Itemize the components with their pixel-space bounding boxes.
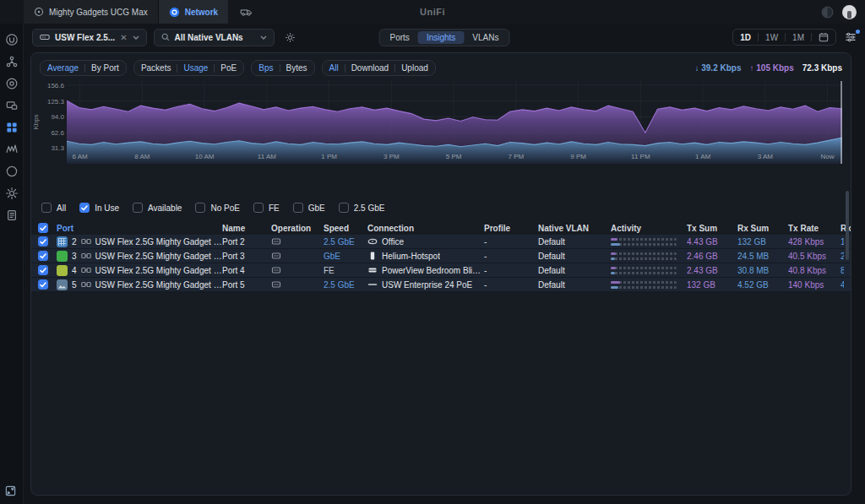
device-name-link[interactable]: USW Flex 2.5G Mighty Gadget Offi... [95, 252, 222, 261]
filter-settings-gear-icon[interactable] [285, 32, 296, 43]
range-1m-button[interactable]: 1M [792, 33, 804, 42]
gear-icon [5, 187, 19, 200]
connection-name[interactable]: Office [382, 237, 404, 247]
table-row[interactable]: 4USW Flex 2.5G Mighty Gadget Offi...Port… [31, 263, 851, 278]
legend-packets-button[interactable]: Packets [141, 63, 171, 73]
legend-download-button[interactable]: Download [351, 63, 389, 73]
sidebar-item-clients[interactable] [3, 96, 21, 115]
profile-cell: - [484, 252, 538, 261]
tab-insights[interactable]: Insights [418, 31, 464, 44]
mobility-app-tab[interactable] [228, 0, 264, 24]
sidebar-item-insights[interactable] [3, 118, 21, 137]
device-name-link[interactable]: USW Flex 2.5G Mighty Gadget Offi... [95, 280, 222, 290]
table-settings-icon[interactable] [845, 32, 857, 42]
operation-cell [271, 265, 324, 275]
scrollbar-thumb[interactable] [846, 191, 849, 260]
range-1d-button[interactable]: 1D [740, 33, 751, 42]
sidebar-item-radios[interactable] [3, 140, 21, 159]
port-filters: AllIn UseAvailableNo PoEFEGbE2.5 GbE [31, 192, 851, 219]
legend-bps-button[interactable]: Bps [258, 63, 273, 73]
connection-name[interactable]: USW Enterprise 24 PoE [382, 280, 472, 290]
x-tick: 7 PM [508, 153, 524, 160]
vlan-filter-dropdown[interactable]: All Native VLANs [154, 29, 275, 46]
sidebar-item-dashboard[interactable] [3, 30, 21, 49]
x-tick: 3 AM [758, 153, 773, 160]
column-header-operation[interactable]: Operation [271, 224, 324, 233]
filter-all[interactable]: All [41, 203, 66, 213]
row-checkbox[interactable] [38, 279, 48, 290]
checkbox[interactable] [253, 203, 264, 213]
checkbox[interactable] [79, 203, 90, 213]
legend-average-button[interactable]: Average [47, 63, 79, 73]
device-filter-dropdown[interactable]: USW Flex 2.5... ✕ [32, 29, 147, 46]
checkbox[interactable] [195, 203, 205, 213]
device-name-link[interactable]: USW Flex 2.5G Mighty Gadget Offi... [95, 237, 222, 247]
activity-tx-bar [611, 267, 677, 269]
filter-available[interactable]: Available [133, 203, 182, 213]
checkbox[interactable] [339, 203, 349, 213]
sidebar-item-security[interactable] [3, 162, 21, 181]
close-icon[interactable]: ✕ [120, 33, 127, 42]
app-title: UniFi [420, 7, 445, 17]
column-header-tx-sum[interactable]: Tx Sum [687, 224, 737, 233]
column-header-tx-rate[interactable]: Tx Rate [788, 224, 841, 233]
column-header-connection[interactable]: Connection [367, 224, 484, 233]
checkbox[interactable] [293, 203, 303, 213]
legend-upload-button[interactable]: Upload [401, 63, 428, 73]
filter-fe[interactable]: FE [253, 203, 280, 213]
connection-name[interactable]: PowerView Bedroom Blinds [382, 266, 484, 275]
column-header-speed[interactable]: Speed [324, 224, 367, 233]
filter-in-use[interactable]: In Use [79, 203, 119, 213]
filter-gbe[interactable]: GbE [293, 203, 325, 213]
expand-sidebar-button[interactable] [4, 485, 17, 497]
sidebar-item-topology[interactable] [3, 52, 21, 71]
connection-name[interactable]: Helium-Hotspot [382, 252, 440, 261]
tx-rate-cell: 428 Kbps [788, 237, 841, 247]
y-tick: 31.3 [51, 144, 64, 152]
column-header-profile[interactable]: Profile [484, 224, 538, 233]
filter-no-poe[interactable]: No PoE [195, 203, 239, 213]
column-header-name[interactable]: Name [222, 224, 271, 233]
select-all-checkbox[interactable] [38, 223, 48, 233]
row-checkbox[interactable] [38, 265, 48, 275]
legend-bytes-button[interactable]: Bytes [286, 63, 307, 73]
column-header-rx-sum[interactable]: Rx Sum [737, 224, 788, 233]
legend-all-button[interactable]: All [329, 63, 339, 73]
tab-vlans[interactable]: VLANs [464, 31, 507, 44]
device-name-link[interactable]: USW Flex 2.5G Mighty Gadget Offi... [95, 266, 222, 275]
table-row[interactable]: 2USW Flex 2.5G Mighty Gadget Offi...Port… [31, 235, 851, 249]
row-checkbox[interactable] [38, 236, 48, 247]
tab-ports[interactable]: Ports [382, 31, 418, 44]
legend-poe-button[interactable]: PoE [220, 63, 237, 73]
network-app-tab[interactable]: Network [159, 0, 228, 24]
table-header-row: PortNameOperationSpeedConnectionProfileN… [31, 221, 851, 235]
filter-2-5-gbe[interactable]: 2.5 GbE [339, 203, 385, 213]
speed-cell: 2.5 GbE [324, 280, 367, 290]
sidebar-item-devices[interactable] [3, 74, 21, 93]
calendar-icon[interactable] [819, 32, 829, 42]
table-row[interactable]: 5USW Flex 2.5G Mighty Gadget Offi...Port… [31, 278, 851, 292]
row-checkbox[interactable] [38, 251, 48, 261]
range-1w-button[interactable]: 1W [765, 33, 778, 42]
chevron-down-icon [133, 35, 139, 40]
column-header-port[interactable]: Port [57, 224, 222, 233]
connection-cell: PowerView Bedroom Blinds [367, 265, 484, 275]
sidebar-item-settings[interactable] [3, 184, 21, 203]
sidebar-item-system-log[interactable] [3, 206, 21, 225]
checkbox[interactable] [41, 203, 52, 213]
average-rate-stat: 72.3 Kbps [802, 63, 842, 73]
column-header-native-vlan[interactable]: Native VLAN [538, 224, 611, 233]
legend-usage-button[interactable]: Usage [183, 63, 208, 73]
x-tick: Now [821, 153, 835, 160]
avatar[interactable] [842, 5, 857, 19]
console-tab[interactable]: Mighty Gadgets UCG Max [24, 0, 159, 24]
checkbox[interactable] [133, 203, 143, 213]
activity-cell [611, 267, 687, 274]
native-vlan-cell: Default [538, 266, 611, 275]
y-axis-unit: Kbps [35, 81, 45, 169]
row-checkbox-cell [38, 265, 57, 275]
column-header-activity[interactable]: Activity [611, 224, 687, 233]
theme-toggle-icon[interactable] [821, 6, 834, 19]
legend-by-port-button[interactable]: By Port [91, 63, 119, 73]
table-row[interactable]: 3USW Flex 2.5G Mighty Gadget Offi...Port… [31, 249, 851, 263]
